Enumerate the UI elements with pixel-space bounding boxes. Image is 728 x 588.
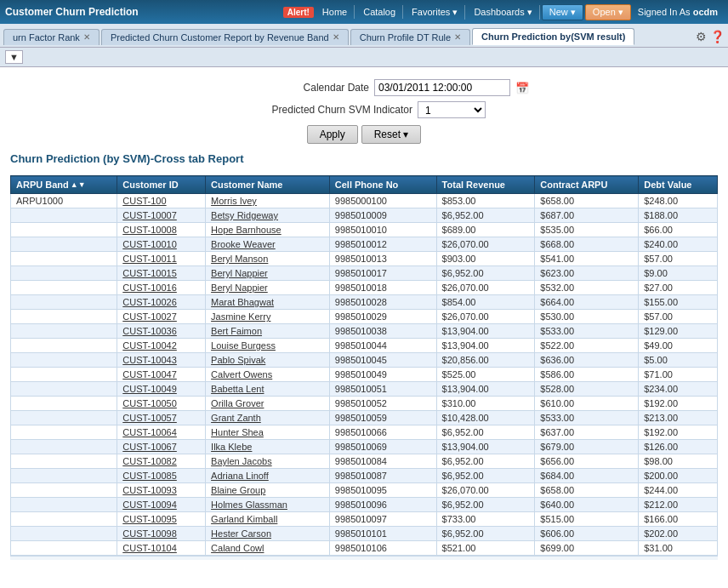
table-cell[interactable] xyxy=(11,483,117,498)
table-cell[interactable] xyxy=(11,527,117,541)
table-cell[interactable] xyxy=(11,353,117,368)
table-cell[interactable] xyxy=(11,223,117,237)
table-cell[interactable]: CUST-10093 xyxy=(117,483,206,498)
nav-catalog[interactable]: Catalog xyxy=(356,5,403,19)
table-cell[interactable] xyxy=(11,454,117,469)
table-cell[interactable] xyxy=(11,281,117,295)
churn-indicator-select[interactable]: 1 xyxy=(418,101,486,118)
table-cell[interactable]: CUST-10047 xyxy=(117,368,206,382)
table-cell[interactable]: Brooke Weaver xyxy=(206,237,330,252)
table-cell[interactable]: CUST-10050 xyxy=(117,397,206,411)
table-cell[interactable]: CUST-10027 xyxy=(117,310,206,324)
table-cell[interactable] xyxy=(11,310,117,324)
table-cell[interactable] xyxy=(11,339,117,353)
table-cell[interactable]: CUST-10043 xyxy=(117,353,206,368)
table-cell[interactable]: CUST-10085 xyxy=(117,469,206,483)
table-cell[interactable] xyxy=(11,295,117,310)
table-cell[interactable]: CUST-10026 xyxy=(117,295,206,310)
table-cell[interactable] xyxy=(11,208,117,223)
table-cell[interactable]: CUST-10104 xyxy=(117,541,206,556)
table-cell[interactable]: CUST-10036 xyxy=(117,324,206,339)
col-header-cellphone[interactable]: Cell Phone No xyxy=(329,176,436,194)
table-cell[interactable]: CUST-10008 xyxy=(117,223,206,237)
table-cell[interactable]: CUST-10010 xyxy=(117,237,206,252)
close-icon[interactable]: ✕ xyxy=(454,32,461,42)
open-button[interactable]: Open ▾ xyxy=(585,4,631,20)
table-cell[interactable]: Beryl Manson xyxy=(206,252,330,266)
table-cell[interactable]: Orilla Grover xyxy=(206,397,330,411)
table-cell[interactable]: CUST-10064 xyxy=(117,425,206,440)
table-cell[interactable] xyxy=(11,382,117,397)
table-cell[interactable]: Hester Carson xyxy=(206,527,330,541)
close-icon[interactable]: ✕ xyxy=(83,32,90,42)
close-icon[interactable]: ✕ xyxy=(333,32,339,42)
table-cell[interactable]: Morris Ivey xyxy=(206,194,330,208)
col-header-contractarpu[interactable]: Contract ARPU xyxy=(535,176,639,194)
table-cell[interactable]: CUST-10016 xyxy=(117,281,206,295)
table-cell[interactable]: CUST-10094 xyxy=(117,498,206,512)
table-cell[interactable] xyxy=(11,411,117,425)
table-cell[interactable] xyxy=(11,324,117,339)
table-cell[interactable]: Betsy Ridgeway xyxy=(206,208,330,223)
tab-churn-prediction-svm[interactable]: Churn Prediction by(SVM result) xyxy=(472,28,634,45)
table-cell[interactable]: CUST-10057 xyxy=(117,411,206,425)
nav-dashboards[interactable]: Dashboards ▾ xyxy=(467,5,539,20)
table-cell[interactable]: Baylen Jacobs xyxy=(206,454,330,469)
table-cell[interactable] xyxy=(11,469,117,483)
tab-predicted-churn[interactable]: Predicted Churn Customer Report by Reven… xyxy=(101,29,349,45)
table-cell[interactable]: ARPU1000 xyxy=(11,194,117,208)
col-header-totalrev[interactable]: Total Revenue xyxy=(436,176,535,194)
table-cell[interactable]: CUST-10015 xyxy=(117,266,206,281)
table-cell[interactable]: CUST-10007 xyxy=(117,208,206,223)
table-cell[interactable] xyxy=(11,266,117,281)
table-cell[interactable]: Adriana Linoff xyxy=(206,469,330,483)
table-cell[interactable]: Grant Zanth xyxy=(206,411,330,425)
calendar-icon[interactable]: 📅 xyxy=(515,82,529,94)
col-header-arpu[interactable]: ARPU Band ▲▼ xyxy=(11,176,117,194)
apply-button[interactable]: Apply xyxy=(307,125,358,144)
tab-factor-rank[interactable]: urn Factor Rank ✕ xyxy=(3,29,100,45)
calendar-date-input[interactable] xyxy=(374,79,510,96)
table-cell[interactable] xyxy=(11,541,117,556)
table-cell[interactable]: Blaine Group xyxy=(206,483,330,498)
col-header-custname[interactable]: Customer Name xyxy=(206,176,330,194)
reset-button[interactable]: Reset ▾ xyxy=(361,125,422,144)
page-dropdown[interactable]: ▼ xyxy=(5,50,23,64)
table-cell[interactable]: CUST-10098 xyxy=(117,527,206,541)
table-cell[interactable]: Beryl Nappier xyxy=(206,266,330,281)
table-cell[interactable]: Pablo Spivak xyxy=(206,353,330,368)
table-cell[interactable]: Marat Bhagwat xyxy=(206,295,330,310)
table-cell[interactable]: Louise Burgess xyxy=(206,339,330,353)
col-header-custid[interactable]: Customer ID xyxy=(117,176,206,194)
table-cell[interactable]: CUST-10067 xyxy=(117,440,206,454)
table-cell[interactable]: Caland Cowl xyxy=(206,541,330,556)
table-cell[interactable]: Babetta Lent xyxy=(206,382,330,397)
table-cell[interactable] xyxy=(11,397,117,411)
tab-settings-icon[interactable]: ⚙ xyxy=(696,30,707,43)
table-cell[interactable]: CUST-10042 xyxy=(117,339,206,353)
table-cell[interactable] xyxy=(11,512,117,527)
table-cell[interactable]: CUST-10011 xyxy=(117,252,206,266)
table-cell[interactable] xyxy=(11,252,117,266)
table-cell[interactable]: CUST-100 xyxy=(117,194,206,208)
table-cell[interactable]: CUST-10049 xyxy=(117,382,206,397)
table-cell[interactable]: Jasmine Kerry xyxy=(206,310,330,324)
help-icon[interactable]: ❓ xyxy=(710,30,725,43)
table-cell[interactable]: Calvert Owens xyxy=(206,368,330,382)
table-cell[interactable]: Garland Kimball xyxy=(206,512,330,527)
table-cell[interactable] xyxy=(11,440,117,454)
table-cell[interactable]: CUST-10095 xyxy=(117,512,206,527)
tab-churn-profile[interactable]: Churn Profile DT Rule ✕ xyxy=(350,29,470,45)
table-cell[interactable]: Beryl Nappier xyxy=(206,281,330,295)
nav-favorites[interactable]: Favorites ▾ xyxy=(405,5,465,20)
table-cell[interactable]: Ilka Klebe xyxy=(206,440,330,454)
table-cell[interactable]: Holmes Glassman xyxy=(206,498,330,512)
table-cell[interactable] xyxy=(11,498,117,512)
table-cell[interactable]: Hope Barnhouse xyxy=(206,223,330,237)
new-button[interactable]: New ▾ xyxy=(542,4,583,20)
table-cell[interactable]: Hunter Shea xyxy=(206,425,330,440)
table-cell[interactable] xyxy=(11,237,117,252)
alert-badge[interactable]: Alert! xyxy=(283,7,314,18)
table-cell[interactable]: CUST-10082 xyxy=(117,454,206,469)
col-header-debtval[interactable]: Debt Value xyxy=(639,176,718,194)
